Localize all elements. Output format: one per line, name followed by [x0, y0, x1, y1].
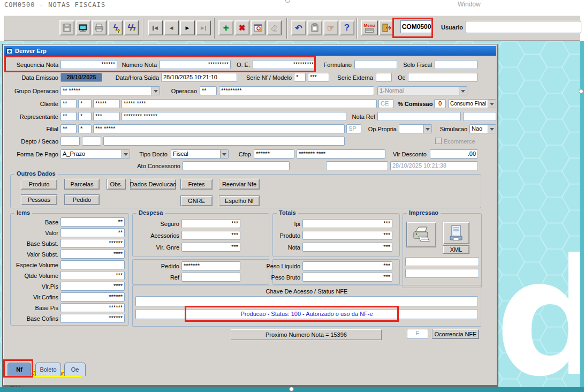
peso-bruto-input[interactable]: ***: [302, 273, 392, 282]
chevron-down-icon[interactable]: [423, 125, 431, 133]
grupo-operacao-select[interactable]: ** *****: [60, 86, 160, 95]
usuario-input[interactable]: [466, 21, 581, 33]
gnre-button[interactable]: GNRE: [180, 195, 213, 206]
numero-nota-input[interactable]: *********: [160, 60, 231, 69]
icms-valor-input[interactable]: **: [60, 228, 125, 237]
ato-concessorio-input[interactable]: [183, 161, 290, 170]
cliente-f2-input[interactable]: *: [78, 99, 92, 108]
vlr-desconto-input[interactable]: .00: [430, 149, 478, 159]
vlr-pis-input[interactable]: ****: [60, 282, 125, 291]
totais-produto-input[interactable]: ***: [302, 231, 392, 240]
chevron-down-icon[interactable]: [122, 150, 130, 158]
modify-button[interactable]: [251, 20, 266, 35]
sequencia-input[interactable]: ******: [60, 60, 117, 69]
acessorios-input[interactable]: ***: [181, 231, 240, 240]
resize-handle-bottom[interactable]: [289, 387, 294, 391]
query-button[interactable]: ϟ ?: [108, 20, 123, 35]
base-cofins-input[interactable]: ******: [60, 314, 125, 323]
imprimir-xml-button[interactable]: [443, 222, 469, 244]
representante-f3-input[interactable]: ***: [93, 112, 120, 121]
icms-base-input[interactable]: **: [60, 217, 125, 227]
chevron-down-icon[interactable]: [488, 125, 496, 133]
filial-f1-input[interactable]: **: [60, 124, 77, 133]
ato-extra-input[interactable]: [326, 161, 388, 170]
operacao-desc-input[interactable]: *********: [219, 86, 374, 95]
serie-externa-input[interactable]: [376, 73, 392, 82]
help-button[interactable]: ?: [339, 20, 354, 35]
formulario-input[interactable]: [354, 60, 397, 69]
menu-button[interactable]: Menu: [361, 20, 378, 35]
base-pis-input[interactable]: ******: [60, 303, 125, 312]
ipi-input[interactable]: ***: [302, 219, 392, 228]
imprimir-danfe-button[interactable]: [406, 222, 436, 247]
depto-f1-input[interactable]: [60, 137, 80, 146]
cliente-f1-input[interactable]: **: [60, 99, 77, 108]
filial-nome-input[interactable]: *** *****: [93, 124, 345, 133]
consumo-final-select[interactable]: Consumo Final Nao: [448, 99, 496, 108]
totais-nota-input[interactable]: ***: [302, 243, 392, 252]
ocorrencia-nfe-button[interactable]: Ocorrencia NFE: [432, 329, 479, 339]
filial-f2-input[interactable]: *: [78, 124, 92, 133]
especie-volume-input[interactable]: [60, 260, 125, 269]
print-button[interactable]: [92, 20, 107, 35]
nav-first-button[interactable]: ◀: [148, 20, 163, 35]
pessoas-button[interactable]: Pessoas: [21, 194, 57, 205]
modelo-input[interactable]: ***: [308, 73, 329, 82]
ecommerce-checkbox[interactable]: [435, 138, 442, 144]
tipo-docto-select[interactable]: Fiscal: [171, 149, 229, 159]
delete-button[interactable]: ✖: [234, 20, 249, 35]
add-button[interactable]: +: [218, 20, 233, 35]
depto-f3-input[interactable]: [103, 137, 345, 146]
obs-button[interactable]: Obs.: [107, 179, 126, 190]
nota-ref-input[interactable]: [377, 112, 461, 121]
clear-button[interactable]: [267, 20, 282, 35]
paste-button[interactable]: [307, 20, 322, 35]
data-saida-input[interactable]: 28/10/2025 10:21:10: [161, 73, 237, 82]
peso-liquido-input[interactable]: ***: [302, 261, 392, 270]
comissao-input[interactable]: 0: [434, 99, 446, 108]
resize-handle-right[interactable]: [579, 89, 583, 94]
icms-valor-subst-input[interactable]: ****: [60, 250, 125, 259]
chevron-down-icon[interactable]: [488, 100, 496, 108]
dados-devolucao-button[interactable]: Dados Devolucao: [130, 179, 176, 190]
oc-input[interactable]: [408, 73, 477, 82]
chevron-down-icon[interactable]: [220, 150, 228, 158]
tab-oe[interactable]: Oe: [64, 363, 86, 376]
exit-button[interactable]: [379, 20, 394, 35]
execute-button[interactable]: ϟϟ: [124, 20, 139, 35]
screen-button[interactable]: [75, 20, 90, 35]
depto-f2-input[interactable]: [82, 137, 101, 146]
pedido-button[interactable]: Pedido: [64, 194, 100, 205]
resize-handle-top[interactable]: [285, 0, 290, 3]
nota-ref2-input[interactable]: [463, 112, 496, 121]
representante-nome-input[interactable]: ******** ******: [122, 112, 346, 121]
nav-prev-button[interactable]: ◀: [164, 20, 179, 35]
vlr-cofins-input[interactable]: ******: [60, 292, 125, 301]
nav-next-button[interactable]: ▶: [180, 20, 195, 35]
representante-f2-input[interactable]: *: [78, 112, 92, 121]
e-field[interactable]: E: [407, 329, 428, 339]
chave-input[interactable]: [135, 296, 478, 306]
icms-base-subst-input[interactable]: ******: [60, 239, 125, 248]
chevron-down-icon[interactable]: [151, 87, 160, 95]
undo-button[interactable]: ↶: [291, 20, 306, 35]
representante-f1-input[interactable]: **: [60, 112, 77, 121]
serie-input[interactable]: *: [294, 73, 306, 82]
save-button[interactable]: [59, 20, 74, 35]
tab-nf[interactable]: Nf: [7, 363, 31, 376]
erp-titlebar[interactable]: ◈ Denver Erp: [4, 46, 496, 56]
nav-last-button[interactable]: ▶: [196, 20, 211, 35]
vlr-gnre-input[interactable]: ***: [181, 243, 240, 252]
oe-input[interactable]: *********: [253, 60, 316, 69]
ref-input[interactable]: [181, 273, 240, 282]
selo-fiscal-input[interactable]: [435, 60, 477, 69]
impressao-field-1[interactable]: [405, 257, 479, 266]
espelho-nf-button[interactable]: Espelho Nf: [219, 195, 260, 206]
cliente-f3-input[interactable]: *****: [93, 99, 120, 108]
cfop-code-input[interactable]: ******: [254, 149, 294, 159]
operacao-code-input[interactable]: **: [200, 86, 217, 95]
tipo-nota-select[interactable]: 1-Normal: [377, 86, 467, 95]
fretes-button[interactable]: Fretes: [180, 179, 213, 190]
impressao-field-2[interactable]: [405, 269, 479, 278]
op-propria-select[interactable]: [399, 124, 432, 133]
